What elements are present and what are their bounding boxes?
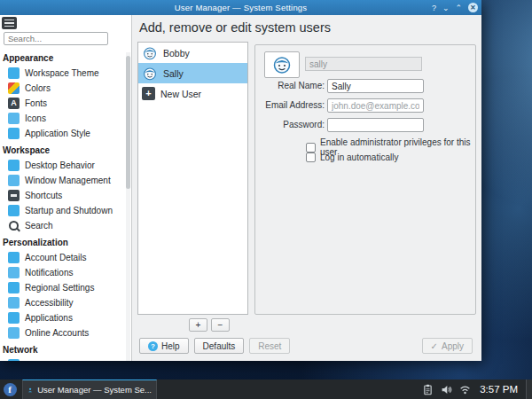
sidebar-item-label: Fonts xyxy=(25,98,47,108)
user-row-sally[interactable]: Sally xyxy=(138,63,247,83)
taskbar-clock[interactable]: 3:57 PM xyxy=(480,384,518,395)
sidebar-item-accessibility[interactable]: Accessibility xyxy=(0,295,131,310)
sidebar-item-application-style[interactable]: Application Style xyxy=(0,126,131,141)
user-name: Bobby xyxy=(163,48,190,59)
reset-button-label: Reset xyxy=(258,341,281,351)
network-icon[interactable] xyxy=(459,384,471,395)
user-avatar-icon xyxy=(142,66,158,82)
help-icon: ? xyxy=(148,341,158,351)
sidebar-item-label: Connections xyxy=(25,360,74,361)
sidebar-item-connections[interactable]: Connections xyxy=(0,357,131,361)
autologin-checkbox-row[interactable]: Log in automatically xyxy=(306,153,398,162)
applications-icon xyxy=(8,312,20,324)
minimize-icon[interactable]: ⌄ xyxy=(442,4,450,12)
sidebar-item-workspace-theme[interactable]: Workspace Theme xyxy=(0,66,131,81)
user-avatar-icon xyxy=(142,45,158,61)
new-user-icon xyxy=(142,87,155,100)
content: Bobby Sally xyxy=(132,40,481,337)
hamburger-menu-icon[interactable] xyxy=(2,17,17,29)
sidebar-item-colors[interactable]: Colors xyxy=(0,81,131,96)
footer-buttons: ? Help Defaults Reset ✓ Apply xyxy=(132,337,481,361)
autologin-checkbox[interactable] xyxy=(306,153,316,162)
user-row-new-user[interactable]: New User xyxy=(138,83,247,104)
sidebar-item-account-details[interactable]: Account Details xyxy=(0,250,131,265)
avatar-button[interactable] xyxy=(264,51,300,78)
email-field[interactable] xyxy=(327,98,424,113)
sidebar-item-desktop-behavior[interactable]: Desktop Behavior xyxy=(0,158,131,173)
real-name-label: Real Name: xyxy=(255,79,325,93)
real-name-field[interactable] xyxy=(327,79,424,93)
apply-check-icon: ✓ xyxy=(431,341,438,351)
window-body: Appearance Workspace Theme Colors Fonts xyxy=(0,15,481,361)
sidebar-item-label: Startup and Shutdown xyxy=(25,206,113,215)
taskbar-task-user-manager[interactable]: User Manager — System Se... xyxy=(22,379,157,399)
sidebar-item-label: Regional Settings xyxy=(25,283,94,293)
apply-button[interactable]: ✓ Apply xyxy=(422,338,473,354)
desktop: User Manager — System Settings ? ⌄ ⌃ ✕ A… xyxy=(0,0,532,399)
titlebar[interactable]: User Manager — System Settings ? ⌄ ⌃ ✕ xyxy=(0,0,481,15)
sidebar-item-fonts[interactable]: Fonts xyxy=(0,96,131,111)
password-field[interactable] xyxy=(327,118,424,132)
icons-icon xyxy=(8,113,20,124)
username-field xyxy=(305,57,422,71)
maximize-icon[interactable]: ⌃ xyxy=(455,4,462,12)
user-avatar-icon xyxy=(271,54,293,75)
sidebar-item-search[interactable]: Search xyxy=(0,218,131,233)
sidebar-item-applications[interactable]: Applications xyxy=(0,310,131,325)
defaults-button-label: Defaults xyxy=(203,341,236,351)
application-style-icon xyxy=(8,128,20,139)
add-user-button[interactable]: + xyxy=(189,318,207,332)
window-management-icon xyxy=(8,175,20,186)
reset-button[interactable]: Reset xyxy=(249,338,290,354)
search-input[interactable] xyxy=(4,32,108,45)
regional-settings-icon xyxy=(8,282,20,293)
sidebar-item-startup-and-shutdown[interactable]: Startup and Shutdown xyxy=(0,203,131,218)
remove-user-button[interactable]: − xyxy=(211,318,230,332)
sidebar-item-label: Icons xyxy=(25,113,46,123)
close-icon[interactable]: ✕ xyxy=(468,3,478,12)
help-button[interactable]: ? Help xyxy=(139,338,189,354)
sidebar-item-window-management[interactable]: Window Management xyxy=(0,173,131,188)
user-list-buttons: + − xyxy=(189,318,230,332)
sidebar-item-notifications[interactable]: Notifications xyxy=(0,265,131,280)
email-label: Email Address: xyxy=(255,98,325,113)
notifications-icon xyxy=(8,267,20,278)
sidebar: Appearance Workspace Theme Colors Fonts xyxy=(0,15,132,361)
search-icon xyxy=(8,220,20,231)
volume-icon[interactable] xyxy=(441,384,452,395)
page-title: Add, remove or edit system users xyxy=(132,15,481,40)
system-tray xyxy=(422,384,471,395)
sidebar-item-shortcuts[interactable]: Shortcuts xyxy=(0,188,131,203)
task-button-label: User Manager — System Se... xyxy=(37,385,152,395)
sidebar-item-label: Search xyxy=(25,221,53,231)
user-manager-task-icon xyxy=(27,385,33,395)
show-desktop-button[interactable] xyxy=(526,379,532,399)
user-list: Bobby Sally xyxy=(137,42,248,315)
user-details-frame: Real Name: Email Address: Password: Enab… xyxy=(254,44,476,315)
user-row-bobby[interactable]: Bobby xyxy=(138,43,247,63)
desktop-behavior-icon xyxy=(8,160,20,171)
sidebar-scrollbar-thumb[interactable] xyxy=(126,56,130,189)
app-launcher-button[interactable]: f xyxy=(0,379,20,399)
sidebar-item-label: Window Management xyxy=(25,176,111,185)
taskbar: f User Manager — System Se... xyxy=(0,379,532,399)
sidebar-item-label: Notifications xyxy=(25,268,73,278)
clipboard-icon[interactable] xyxy=(422,384,434,395)
help-window-button[interactable]: ? xyxy=(432,4,436,12)
shortcuts-icon xyxy=(8,190,20,201)
fedora-logo-icon: f xyxy=(4,383,17,396)
admin-privileges-checkbox[interactable] xyxy=(306,143,316,153)
window-title: User Manager — System Settings xyxy=(0,3,481,12)
system-settings-window: User Manager — System Settings ? ⌄ ⌃ ✕ A… xyxy=(0,0,481,361)
sidebar-item-icons[interactable]: Icons xyxy=(0,111,131,126)
online-accounts-icon xyxy=(8,327,20,339)
sidebar-item-online-accounts[interactable]: Online Accounts xyxy=(0,325,131,340)
workspace-theme-icon xyxy=(8,67,20,79)
sidebar-section-personalization: Personalization xyxy=(0,233,131,250)
titlebar-buttons: ? ⌄ ⌃ ✕ xyxy=(432,0,478,15)
sidebar-item-label: Application Style xyxy=(25,129,90,138)
sidebar-section-workspace: Workspace xyxy=(0,141,131,158)
sidebar-item-label: Desktop Behavior xyxy=(25,160,95,170)
defaults-button[interactable]: Defaults xyxy=(194,338,245,354)
sidebar-item-regional-settings[interactable]: Regional Settings xyxy=(0,280,131,295)
